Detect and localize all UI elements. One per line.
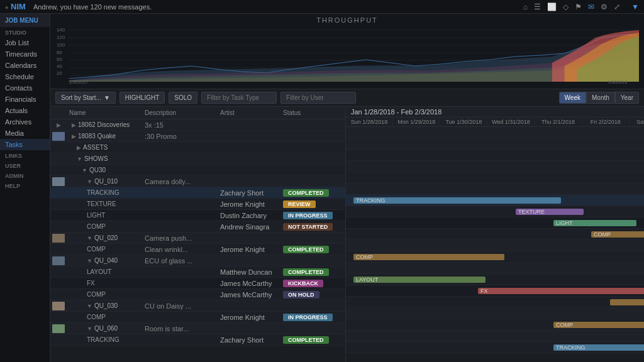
list-item[interactable]: ▶18083 Quake :30 Promo	[50, 131, 345, 142]
day-mon129: Mon 1/29/2018	[393, 118, 440, 126]
task-list-panel: Name Description Artist Status ▶ ▶18062 …	[50, 107, 346, 362]
list-item[interactable]: ▼QU_030 CU on Daisy ...	[50, 300, 345, 312]
list-icon[interactable]: ☰	[534, 3, 541, 11]
gantt-row	[346, 184, 644, 195]
filter-user-input[interactable]	[280, 92, 356, 104]
col-name-header: Name	[67, 109, 142, 116]
fx-bar-label: FX	[480, 288, 488, 294]
list-item[interactable]: ▶ASSETS	[50, 142, 345, 153]
tracking2-bar-label: TRACKING	[556, 344, 586, 351]
sidebar-item-media[interactable]: Media	[0, 128, 50, 139]
list-item[interactable]: ▼QU_040 ECU of glass ...	[50, 255, 345, 266]
resize-icon[interactable]: ⤢	[614, 3, 620, 11]
sidebar-item-financials[interactable]: Financials	[0, 94, 50, 105]
list-item[interactable]: COMP James McCarthy ON HOLD	[50, 289, 345, 300]
home-icon[interactable]: ⌂	[523, 3, 528, 11]
sidebar-item-calendars[interactable]: Calendars	[0, 60, 50, 71]
sort-label: Sort by Start...	[61, 94, 101, 101]
job-menu-header: JOB MENU	[0, 14, 50, 27]
list-item[interactable]: COMP Jerome Knight IN PROGRESS	[50, 312, 345, 323]
top-icons: ⌂ ☰ ⬜ ◇ ⚑ ✉ ⚙ ⤢ ▼	[523, 3, 639, 11]
svg-text:140: 140	[57, 27, 65, 33]
gantt-area: Name Description Artist Status ▶ ▶18062 …	[50, 107, 644, 362]
svg-text:20: 20	[57, 70, 62, 76]
col-img-header	[50, 109, 67, 116]
gantt-row	[346, 150, 644, 161]
week-view-button[interactable]: Week	[559, 92, 586, 104]
gantt-inner: Jan 1/28/2018 - Feb 2/3/2018 Feb Sun 1/2…	[346, 107, 644, 353]
list-item[interactable]: COMP Andrew Sinagra NOT STARTED	[50, 221, 345, 233]
toolbar: Sort by Start... ▼ HIGHLIGHT SOLO Week M…	[50, 89, 644, 107]
list-item[interactable]: TEXTURE Jerome Knight REVIEW	[50, 199, 345, 210]
view-toggle: Week Month Year	[559, 92, 639, 104]
sidebar-item-actuals[interactable]: Actuals	[0, 105, 50, 116]
mail-icon[interactable]: ✉	[588, 3, 594, 11]
gantt-row: TRACKING	[346, 195, 644, 206]
sidebar: JOB MENU STUDIO Job List Timecards Calen…	[0, 14, 50, 362]
list-item[interactable]: COMP Clean wrinkl... Jerome Knight COMPL…	[50, 244, 345, 255]
filter-task-input[interactable]	[201, 92, 277, 104]
list-item[interactable]: TRACKING Zachary Short COMPLETED	[50, 334, 345, 346]
gantt-chart-panel: Jan 1/28/2018 - Feb 2/3/2018 Feb Sun 1/2…	[346, 107, 644, 362]
gantt-row	[346, 161, 644, 172]
solo-button[interactable]: SOLO	[169, 92, 197, 104]
flag-icon[interactable]: ⚑	[575, 3, 582, 11]
tracking-bar-label: TRACKING	[356, 197, 386, 204]
sidebar-item-schedule[interactable]: Schedule	[0, 71, 50, 82]
comp2-bar-label: COMP	[356, 254, 373, 260]
gantt-row	[346, 138, 644, 150]
sort-button[interactable]: Sort by Start... ▼	[55, 92, 116, 104]
studio-section: STUDIO	[0, 27, 50, 37]
gantt-row: FX	[346, 285, 644, 297]
year-view-button[interactable]: Year	[615, 92, 639, 104]
list-item[interactable]: FX James McCarthy KICKBACK	[50, 278, 345, 289]
gantt-row	[346, 331, 644, 342]
svg-text:100: 100	[57, 42, 65, 48]
day-thu21: Thu 2/1/2018	[535, 118, 582, 126]
app-logo: ● NIM	[5, 2, 26, 11]
sort-arrow-icon: ▼	[104, 94, 110, 101]
filter-icon[interactable]: ▼	[631, 3, 639, 11]
comp-bar-label: COMP	[594, 231, 611, 238]
col-status-header: Status	[280, 109, 345, 116]
highlight-button[interactable]: HIGHLIGHT	[119, 92, 165, 104]
main-layout: JOB MENU STUDIO Job List Timecards Calen…	[0, 14, 644, 362]
topbar: ● NIM Andrew, you have 120 new messages.…	[0, 0, 644, 14]
svg-text:60: 60	[57, 57, 62, 62]
list-item[interactable]: LIGHT Dustin Zachary IN PROGRESS	[50, 210, 345, 221]
column-headers: Name Description Artist Status	[50, 107, 345, 119]
sidebar-item-tasks[interactable]: Tasks	[0, 139, 50, 150]
list-item[interactable]: TRACKING Zachary Short COMPLETED	[50, 187, 345, 199]
sidebar-item-timecards[interactable]: Timecards	[0, 48, 50, 60]
sidebar-item-joblist[interactable]: Job List	[0, 37, 50, 48]
gantt-row: COMP	[346, 229, 644, 240]
date-range-text: Jan 1/28/2018 - Feb 2/3/2018	[351, 108, 441, 116]
bell-icon[interactable]: ◇	[563, 3, 569, 11]
month-view-button[interactable]: Month	[586, 92, 615, 104]
list-item[interactable]: ▼QU30	[50, 165, 345, 176]
gear-icon[interactable]: ⚙	[601, 3, 608, 11]
gantt-row	[346, 263, 644, 274]
list-item[interactable]: LAYOUT Matthew Duncan COMPLETED	[50, 266, 345, 278]
col-desc-header: Description	[142, 109, 218, 116]
throughput-chart: 140 120 100 80 60 40 20	[55, 25, 639, 85]
date-range-row: Jan 1/28/2018 - Feb 2/3/2018 Feb	[346, 107, 644, 118]
day-headers: Sun 1/28/2018 Mon 1/29/2018 Tue 1/30/201…	[346, 118, 644, 126]
sidebar-item-archives[interactable]: Archives	[0, 116, 50, 128]
list-item[interactable]: ▼QU_060 Room is star...	[50, 323, 345, 334]
day-fri22: Fri 2/2/2018	[582, 118, 630, 126]
list-item[interactable]: ▼SHOWS	[50, 153, 345, 165]
admin-section: ADMIN	[0, 170, 50, 180]
gantt-row: LAYOUT	[346, 274, 644, 285]
texture-bar-label: TEXTURE	[518, 209, 545, 215]
list-item[interactable]: ▼QU_010 Camera dolly...	[50, 176, 345, 187]
list-item[interactable]: ▶ ▶18062 Discoveries 3x :15	[50, 119, 345, 131]
gantt-row	[346, 127, 644, 138]
gantt-row	[346, 172, 644, 184]
sidebar-item-contacts[interactable]: Contacts	[0, 82, 50, 94]
top-message: Andrew, you have 120 new messages.	[33, 3, 523, 11]
day-tue130: Tue 1/30/2018	[440, 118, 487, 126]
gantt-row	[346, 240, 644, 251]
chat-icon[interactable]: ⬜	[547, 3, 557, 11]
list-item[interactable]: ▼QU_020 Camera push...	[50, 233, 345, 244]
